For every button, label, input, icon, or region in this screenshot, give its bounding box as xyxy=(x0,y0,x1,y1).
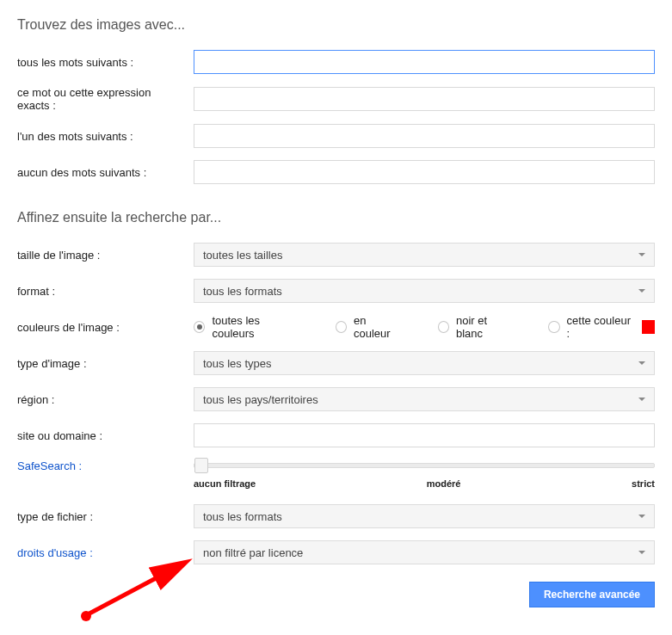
narrow-results-section: Affinez ensuite la recherche par... tail… xyxy=(17,210,655,607)
radio-all-colors-label: toutes les couleurs xyxy=(212,314,300,340)
row-file-type: type de fichier : tous les formats xyxy=(17,504,655,528)
label-all-words: tous les mots suivants : xyxy=(17,56,194,69)
dropdown-usage-rights-value: non filtré par licence xyxy=(203,546,303,559)
row-region: région : tous les pays/territoires xyxy=(17,387,655,411)
input-site[interactable] xyxy=(194,423,655,447)
input-none-words[interactable] xyxy=(194,160,655,184)
radio-specific-color[interactable]: cette couleur : xyxy=(548,314,655,340)
label-file-type: type de fichier : xyxy=(17,510,194,523)
label-image-size: taille de l'image : xyxy=(17,249,194,262)
label-format: format : xyxy=(17,285,194,298)
dropdown-format[interactable]: tous les formats xyxy=(194,279,655,303)
submit-row: Recherche avancée xyxy=(17,582,655,607)
label-exact: ce mot ou cette expression exacts : xyxy=(17,86,194,112)
row-colors: couleurs de l'image : toutes les couleur… xyxy=(17,315,655,339)
radio-bw-label: noir et blanc xyxy=(456,314,514,340)
advanced-search-button[interactable]: Recherche avancée xyxy=(529,582,655,607)
row-site: site ou domaine : xyxy=(17,423,655,447)
section1-title: Trouvez des images avec... xyxy=(17,17,655,33)
label-image-type: type d'image : xyxy=(17,357,194,370)
dropdown-file-type-value: tous les formats xyxy=(203,510,282,523)
dropdown-image-size-value: toutes les tailles xyxy=(203,249,283,262)
radio-in-color-label: en couleur xyxy=(354,314,404,340)
color-swatch[interactable] xyxy=(642,320,655,334)
input-all-words[interactable] xyxy=(194,50,655,74)
find-images-section: Trouvez des images avec... tous les mots… xyxy=(17,17,655,184)
safesearch-slider[interactable] xyxy=(194,463,655,468)
dropdown-file-type[interactable]: tous les formats xyxy=(194,504,655,528)
label-none-words: aucun des mots suivants : xyxy=(17,166,194,179)
label-site: site ou domaine : xyxy=(17,429,194,442)
radio-all-colors[interactable]: toutes les couleurs xyxy=(194,314,301,340)
section2-title: Affinez ensuite la recherche par... xyxy=(17,210,655,225)
radio-icon xyxy=(336,321,347,333)
label-safesearch[interactable]: SafeSearch : xyxy=(17,459,194,472)
label-colors: couleurs de l'image : xyxy=(17,321,194,334)
svg-point-1 xyxy=(81,611,91,621)
dropdown-image-size[interactable]: toutes les tailles xyxy=(194,243,655,267)
chevron-down-icon xyxy=(638,289,645,293)
slider-labels: aucun filtrage modéré strict xyxy=(194,478,655,489)
dropdown-region-value: tous les pays/territoires xyxy=(203,393,318,406)
row-none-words: aucun des mots suivants : xyxy=(17,160,655,184)
dropdown-image-type[interactable]: tous les types xyxy=(194,351,655,375)
row-usage-rights: droits d'usage : non filtré par licence xyxy=(17,540,655,564)
chevron-down-icon xyxy=(638,398,645,401)
radio-bw[interactable]: noir et blanc xyxy=(438,314,515,340)
slider-handle[interactable] xyxy=(194,458,208,473)
dropdown-region[interactable]: tous les pays/territoires xyxy=(194,387,655,411)
label-region: région : xyxy=(17,393,194,406)
radio-icon xyxy=(548,321,559,333)
chevron-down-icon xyxy=(638,253,645,256)
dropdown-usage-rights[interactable]: non filtré par licence xyxy=(194,540,655,564)
row-image-size: taille de l'image : toutes les tailles xyxy=(17,243,655,267)
radio-icon xyxy=(194,321,205,333)
row-format: format : tous les formats xyxy=(17,279,655,303)
label-any-words: l'un des mots suivants : xyxy=(17,130,194,143)
chevron-down-icon xyxy=(638,515,645,518)
dropdown-format-value: tous les formats xyxy=(203,285,282,298)
color-radiogroup: toutes les couleurs en couleur noir et b… xyxy=(194,315,655,339)
radio-in-color[interactable]: en couleur xyxy=(336,314,404,340)
radio-specific-color-label: cette couleur : xyxy=(567,314,633,340)
chevron-down-icon xyxy=(638,551,645,554)
row-all-words: tous les mots suivants : xyxy=(17,50,655,74)
row-exact: ce mot ou cette expression exacts : xyxy=(17,86,655,112)
row-any-words: l'un des mots suivants : xyxy=(17,124,655,148)
slider-tick-strict: strict xyxy=(632,478,655,489)
label-usage-rights[interactable]: droits d'usage : xyxy=(17,546,194,559)
row-safesearch: SafeSearch : aucun filtrage modéré stric… xyxy=(17,459,655,489)
radio-icon xyxy=(438,321,449,333)
dropdown-image-type-value: tous les types xyxy=(203,357,272,370)
chevron-down-icon xyxy=(638,361,645,365)
row-image-type: type d'image : tous les types xyxy=(17,351,655,375)
input-any-words[interactable] xyxy=(194,124,655,148)
slider-tick-moderate: modéré xyxy=(427,478,461,489)
input-exact[interactable] xyxy=(194,87,655,111)
slider-tick-none: aucun filtrage xyxy=(194,478,256,489)
